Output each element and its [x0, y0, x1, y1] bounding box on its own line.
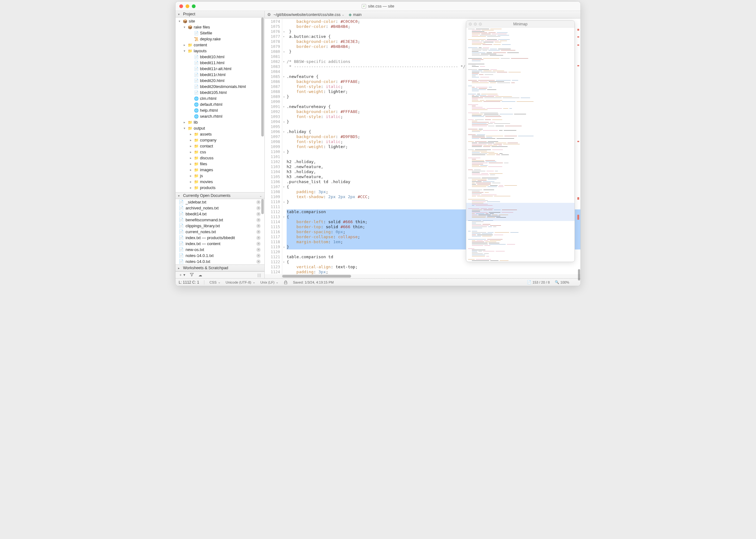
tree-item[interactable]: 📜deploy.rake: [175, 36, 264, 42]
disclosure-icon[interactable]: ▸: [189, 168, 192, 172]
tree-item[interactable]: ▸📁content: [175, 42, 264, 48]
open-doc-item[interactable]: 📄current_notes.txt✕: [175, 229, 264, 235]
lock-icon[interactable]: [284, 280, 288, 284]
change-mark[interactable]: [577, 29, 579, 31]
disclosure-icon[interactable]: ▸: [189, 132, 192, 136]
disclosure-icon[interactable]: ▸: [189, 150, 192, 154]
popup-indicator-icon[interactable]: ⌄: [259, 194, 262, 197]
disclosure-icon[interactable]: ▸: [189, 138, 192, 142]
open-doc-item[interactable]: 📄clippings_library.txt✕: [175, 223, 264, 229]
tree-item[interactable]: ▸📁contact: [175, 143, 264, 149]
gear-icon[interactable]: ⚙︎: [267, 12, 272, 17]
tree-item[interactable]: ▸📁assets: [175, 131, 264, 137]
disclosure-icon[interactable]: ▸: [189, 156, 192, 160]
project-panel-header[interactable]: ▾ Project: [175, 11, 264, 18]
horizontal-scrollbar[interactable]: [265, 274, 581, 278]
open-docs-list[interactable]: 📄_sidebar.txt✕📄archived_notes.txt✕📄bbedi…: [175, 199, 264, 265]
document-stats[interactable]: 📄 153 / 20 / 8: [527, 280, 550, 284]
tree-item[interactable]: ▸📁movies: [175, 179, 264, 185]
tree-item[interactable]: 📄bbedit11r-alt.html: [175, 66, 264, 72]
disclosure-icon[interactable]: ▾: [182, 49, 186, 52]
code-line[interactable]: padding: 3px;: [287, 270, 581, 274]
disclosure-icon[interactable]: ▸: [178, 267, 182, 270]
tree-item[interactable]: ▸📁lib: [175, 119, 264, 125]
close-doc-icon[interactable]: ✕: [256, 254, 261, 258]
close-doc-icon[interactable]: ✕: [256, 260, 261, 264]
open-doc-item[interactable]: 📄_sidebar.txt✕: [175, 199, 264, 205]
disclosure-icon[interactable]: ▸: [182, 120, 186, 124]
disclosure-icon[interactable]: ▸: [189, 180, 192, 184]
change-mark[interactable]: [577, 65, 579, 66]
change-mark[interactable]: [577, 36, 579, 38]
open-doc-item[interactable]: 📄archived_notes.txt✕: [175, 205, 264, 211]
minimize-window-button[interactable]: [185, 4, 189, 8]
minimap-window[interactable]: Minimap: [466, 20, 575, 262]
close-doc-icon[interactable]: ✕: [256, 218, 261, 222]
tree-item[interactable]: 📄bbedit11.html: [175, 60, 264, 66]
language-popup[interactable]: CSS⌄: [209, 280, 221, 284]
open-doc-item[interactable]: 📄index.txt — products/bbedit✕: [175, 235, 264, 241]
open-doc-item[interactable]: 📄new-os.txt✕: [175, 247, 264, 253]
disclosure-icon[interactable]: ▾: [182, 25, 186, 29]
disclosure-icon[interactable]: ▸: [189, 144, 192, 148]
disclosure-icon[interactable]: ▾: [178, 194, 182, 197]
tree-item[interactable]: 🌐search.rhtml: [175, 113, 264, 119]
tree-scrollbar[interactable]: [261, 18, 264, 192]
tree-item[interactable]: ▸📁files: [175, 161, 264, 167]
disclosure-icon[interactable]: ▸: [189, 174, 192, 178]
open-doc-item[interactable]: 📄notes-14.0.txt✕: [175, 259, 264, 265]
tree-item[interactable]: ▸📁products: [175, 185, 264, 191]
resize-grip-icon[interactable]: |||: [257, 273, 261, 277]
tree-item[interactable]: 📄bbedit11r.html: [175, 72, 264, 78]
disclosure-icon[interactable]: ▸: [189, 162, 192, 166]
project-tree[interactable]: ▾📦site▾📦rake files📄Sitefile📜deploy.rake▸…: [175, 18, 264, 192]
close-doc-icon[interactable]: ✕: [256, 206, 261, 210]
tree-item[interactable]: ▸📁js: [175, 173, 264, 179]
symbol-popup[interactable]: ◆ main: [349, 12, 362, 17]
nav-bar[interactable]: ⚙︎ ~/git/bbsw/website/content/css/site.c…: [265, 11, 581, 19]
cloud-icon[interactable]: ☁︎: [198, 273, 202, 277]
change-marker-bar[interactable]: [577, 28, 580, 271]
minimize-icon[interactable]: [474, 23, 477, 26]
line-endings-popup[interactable]: Unix (LF)⌄: [260, 280, 279, 284]
close-window-button[interactable]: [179, 4, 183, 8]
tree-item[interactable]: 🌐clm.rhtml: [175, 96, 264, 102]
tree-item[interactable]: 📄bbedit20.html: [175, 78, 264, 84]
disclosure-icon[interactable]: ▾: [178, 13, 182, 16]
open-docs-header[interactable]: ▾ Currently Open Documents ⌄: [175, 193, 264, 199]
close-doc-icon[interactable]: ✕: [256, 248, 261, 252]
zoom-icon[interactable]: [479, 23, 482, 26]
tree-item[interactable]: 📄bbedit105.html: [175, 90, 264, 96]
disclosure-icon[interactable]: ▾: [177, 19, 181, 23]
close-doc-icon[interactable]: ✕: [256, 212, 261, 216]
tree-item[interactable]: 📄bbedit10.html: [175, 54, 264, 60]
disclosure-icon[interactable]: ▾: [182, 126, 186, 130]
zoom-window-button[interactable]: [192, 4, 196, 8]
change-mark[interactable]: [577, 44, 579, 46]
tree-item[interactable]: 📄bbedit20testimonials.html: [175, 84, 264, 90]
path-popup[interactable]: ~/git/bbsw/website/content/css/site.css …: [273, 13, 344, 17]
tree-item[interactable]: 🌐default.rhtml: [175, 102, 264, 107]
open-doc-item[interactable]: 📄benefitscommand.txt✕: [175, 217, 264, 223]
vertical-scrollbar-thumb[interactable]: [578, 269, 580, 280]
tree-item[interactable]: ▸📁images: [175, 167, 264, 173]
worksheets-header[interactable]: ▸ Worksheets & Scratchpad: [175, 265, 264, 271]
close-doc-icon[interactable]: ✕: [256, 224, 261, 228]
tree-item[interactable]: ▾📁output: [175, 125, 264, 131]
caret-position[interactable]: L: 1112 C: 1: [179, 280, 199, 284]
tree-item[interactable]: ▾📦site: [175, 18, 264, 24]
add-menu-icon[interactable]: ＋ ▾: [179, 272, 185, 278]
minimap-body[interactable]: [466, 28, 575, 262]
encoding-popup[interactable]: Unicode (UTF-8)⌄: [226, 280, 255, 284]
tree-item[interactable]: ▾📁layouts: [175, 48, 264, 54]
zoom-level[interactable]: 🔍 100%: [555, 280, 569, 284]
close-doc-icon[interactable]: ✕: [256, 230, 261, 234]
tree-item[interactable]: ▸📁discuss: [175, 155, 264, 161]
tree-item[interactable]: ▾📦rake files: [175, 24, 264, 30]
close-doc-icon[interactable]: ✕: [256, 242, 261, 246]
code-line[interactable]: vertical-align: text-top;: [287, 265, 581, 270]
tree-item[interactable]: 📄Sitefile: [175, 30, 264, 36]
change-mark[interactable]: [577, 141, 579, 142]
close-doc-icon[interactable]: ✕: [256, 200, 261, 204]
close-doc-icon[interactable]: ✕: [256, 236, 261, 240]
